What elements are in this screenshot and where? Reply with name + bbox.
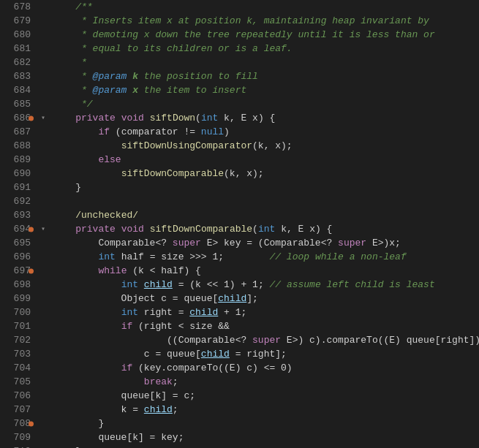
code-line-700: int right = child + 1; <box>53 305 479 319</box>
code-line-705: break; <box>53 375 479 389</box>
line-number-691: 691 <box>0 181 31 194</box>
code-line-709: queue[k] = key; <box>53 430 479 444</box>
line-number-699: 699 <box>0 292 31 305</box>
line-number-708: 708 <box>0 417 31 430</box>
code-line-695: Comparable<? super E> key = (Comparable<… <box>53 236 479 250</box>
code-line-702: ((Comparable<? super E>) c).compareTo((E… <box>53 333 479 347</box>
gutter-item-697 <box>37 264 50 278</box>
code-line-707: k = child; <box>53 403 479 417</box>
code-line-697: while (k < half) { <box>53 264 479 278</box>
gutter-item-695 <box>37 236 50 250</box>
code-line-694: private void siftDownComparable(int k, E… <box>53 222 479 236</box>
line-number-696: 696 <box>0 250 31 264</box>
gutter-item-704 <box>37 361 50 375</box>
gutter-item-689 <box>37 153 50 167</box>
code-line-688: siftDownUsingComparator(k, x); <box>53 139 479 153</box>
gutter-item-705 <box>37 375 50 389</box>
line-number-701: 701 <box>0 319 31 333</box>
line-number-698: 698 <box>0 278 31 292</box>
gutter-item-686: ▾ <box>37 111 50 125</box>
gutter-item-694: ▾ <box>37 222 50 236</box>
line-number-702: 702 <box>0 333 31 347</box>
code-editor: 6786796806816826836846856866876886896906… <box>0 0 479 448</box>
code-line-704: if (key.compareTo((E) c) <= 0) <box>53 361 479 375</box>
code-line-681: * equal to its children or is a leaf. <box>53 42 479 56</box>
line-number-688: 688 <box>0 139 31 153</box>
code-line-698: int child = (k << 1) + 1; // assume left… <box>53 278 479 292</box>
gutter-item-693 <box>37 208 50 222</box>
gutter-item-701 <box>37 319 50 333</box>
code-line-689: else <box>53 153 479 167</box>
line-number-690: 690 <box>0 167 31 181</box>
line-number-705: 705 <box>0 375 31 389</box>
gutter-item-707 <box>37 403 50 417</box>
gutter-item-688 <box>37 139 50 153</box>
line-number-704: 704 <box>0 361 31 375</box>
gutter-item-690 <box>37 167 50 181</box>
line-number-709: 709 <box>0 430 31 444</box>
line-number-697: 697 <box>0 264 31 278</box>
line-number-707: 707 <box>0 403 31 417</box>
line-number-700: 700 <box>0 305 31 319</box>
gutter: ▾▾ <box>37 0 50 448</box>
code-line-706: queue[k] = c; <box>53 389 479 403</box>
line-number-680: 680 <box>0 28 31 42</box>
code-line-686: private void siftDown(int k, E x) { <box>53 111 479 125</box>
line-numbers: 6786796806816826836846856866876886896906… <box>0 0 37 448</box>
code-line-685: */ <box>53 97 479 111</box>
gutter-item-684 <box>37 83 50 97</box>
code-line-710: } <box>53 444 479 448</box>
gutter-item-692 <box>37 194 50 208</box>
code-line-682: * <box>53 56 479 69</box>
code-line-680: * demoting x down the tree repeatedly un… <box>53 28 479 42</box>
line-number-678: 678 <box>0 0 31 14</box>
code-line-701: if (right < size && <box>53 319 479 333</box>
code-line-693: /unchecked/ <box>53 208 479 222</box>
gutter-item-679 <box>37 14 50 28</box>
line-number-695: 695 <box>0 236 31 250</box>
code-line-683: * @param k the position to fill <box>53 69 479 83</box>
code-line-684: * @param x the item to insert <box>53 83 479 97</box>
gutter-item-703 <box>37 347 50 361</box>
code-line-696: int half = size >>> 1; // loop while a n… <box>53 250 479 264</box>
line-number-693: 693 <box>0 208 31 222</box>
code-line-690: siftDownComparable(k, x); <box>53 167 479 181</box>
gutter-item-708 <box>37 417 50 430</box>
line-number-687: 687 <box>0 125 31 139</box>
code-line-692 <box>53 194 479 208</box>
fold-icon-694[interactable]: ▾ <box>41 222 45 236</box>
code-line-687: if (comparator != null) <box>53 125 479 139</box>
gutter-item-687 <box>37 125 50 139</box>
gutter-item-702 <box>37 333 50 347</box>
line-number-694: 694 <box>0 222 31 236</box>
gutter-item-696 <box>37 250 50 264</box>
line-number-682: 682 <box>0 56 31 69</box>
code-line-678: /** <box>53 0 479 14</box>
gutter-item-680 <box>37 28 50 42</box>
gutter-item-706 <box>37 389 50 403</box>
line-number-683: 683 <box>0 69 31 83</box>
code-line-703: c = queue[child = right]; <box>53 347 479 361</box>
line-number-681: 681 <box>0 42 31 56</box>
gutter-item-678 <box>37 0 50 14</box>
line-number-684: 684 <box>0 83 31 97</box>
fold-icon-686[interactable]: ▾ <box>41 111 45 125</box>
code-line-699: Object c = queue[child]; <box>53 292 479 305</box>
line-number-703: 703 <box>0 347 31 361</box>
code-area: /** * Inserts item x at position k, main… <box>50 0 479 448</box>
line-number-689: 689 <box>0 153 31 167</box>
gutter-item-700 <box>37 305 50 319</box>
gutter-item-699 <box>37 292 50 305</box>
line-number-706: 706 <box>0 389 31 403</box>
gutter-item-681 <box>37 42 50 56</box>
line-number-710: 710 <box>0 444 31 448</box>
gutter-item-685 <box>37 97 50 111</box>
line-number-685: 685 <box>0 97 31 111</box>
line-number-692: 692 <box>0 194 31 208</box>
gutter-item-682 <box>37 56 50 69</box>
gutter-item-698 <box>37 278 50 292</box>
code-line-691: } <box>53 181 479 194</box>
gutter-item-691 <box>37 181 50 194</box>
gutter-item-709 <box>37 430 50 444</box>
code-line-708: } <box>53 417 479 430</box>
